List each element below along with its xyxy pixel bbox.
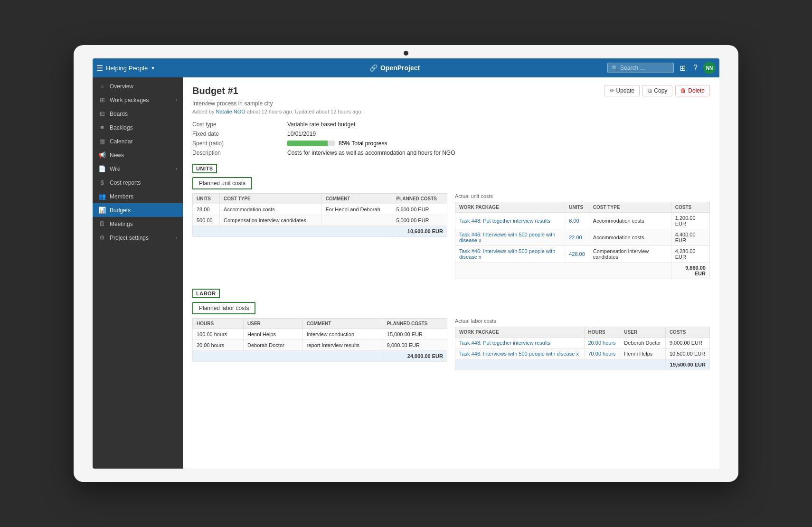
hamburger-icon[interactable]: ☰ (96, 64, 103, 73)
project-dropdown-arrow[interactable]: ▼ (151, 66, 155, 71)
planned-labor-costs-panel: HOURS USER COMMENT PLANNED COSTS 100.00 … (192, 318, 447, 370)
help-icon[interactable]: ? (691, 63, 699, 73)
search-icon: 🔍 (612, 65, 618, 71)
col-hours: HOURS (584, 327, 620, 338)
cost-type-cell: Compensation interview candidates (589, 246, 671, 263)
sidebar-item-boards[interactable]: ⊟ Boards (93, 107, 183, 121)
hours-cell: 100.00 hours (193, 329, 244, 340)
units-cell: 28.00 (193, 204, 220, 215)
work-package-link[interactable]: Task #48: Put together interview results (459, 340, 550, 346)
edit-icon: ✏ (610, 87, 614, 94)
total-label (193, 351, 383, 362)
total-row: 10,600.00 EUR (193, 226, 447, 237)
planned-costs-cell: 9,000.00 EUR (383, 340, 447, 351)
overview-icon: ○ (98, 83, 106, 90)
planned-unit-costs-tab[interactable]: Planned unit costs (192, 177, 252, 189)
work-package-link[interactable]: Task #46: Interviews with 500 people wit… (459, 232, 555, 243)
costs-cell: 10,500.00 EUR (665, 348, 709, 359)
sidebar-item-label: Meetings (110, 221, 177, 227)
search-box[interactable]: 🔍 (607, 63, 674, 73)
budgets-icon: 📊 (98, 207, 106, 214)
actual-labor-total: 19,500.00 EUR (665, 359, 709, 370)
work-package-cell: Task #46: Interviews with 500 people wit… (455, 246, 565, 263)
comment-cell: Interview conduction (302, 329, 383, 340)
sidebar-item-project-settings[interactable]: ⚙ Project settings › (93, 231, 183, 245)
budget-meta: Added by Natalie NGO about 12 hours ago.… (192, 109, 710, 114)
meetings-icon: 🗓 (98, 220, 106, 227)
user-avatar[interactable]: NN (703, 62, 716, 74)
sidebar-item-budgets[interactable]: 📊 Budgets (93, 203, 183, 217)
costs-cell: 1,200.00 EUR (671, 213, 709, 229)
planned-labor-costs-tab[interactable]: Planned labor costs (192, 302, 255, 314)
camera-dot (404, 51, 408, 56)
author-link[interactable]: Natalie NGO (216, 109, 245, 114)
sidebar-item-overview[interactable]: ○ Overview (93, 79, 183, 93)
cost-type-cell: Accommodation costs (220, 204, 322, 215)
sidebar-item-calendar[interactable]: ▦ Calendar (93, 134, 183, 148)
cost-reports-icon: $ (98, 179, 106, 186)
labor-tab-bar: Planned labor costs (192, 302, 710, 314)
labor-section-title: LABOR (192, 289, 220, 298)
work-package-link[interactable]: Task #46: Interviews with 500 people wit… (459, 351, 579, 357)
delete-icon: 🗑 (680, 87, 686, 94)
col-planned-costs: PLANNED COSTS (383, 319, 447, 329)
sidebar-item-backlogs[interactable]: ≡ Backlogs (93, 121, 183, 134)
work-packages-icon: ⊞ (98, 96, 106, 104)
col-work-package: WORK PACKAGE (455, 327, 585, 338)
costs-cell: 4,400.00 EUR (671, 229, 709, 246)
app-container: ☰ Helping People ▼ 🔗 OpenProject 🔍 ⊞ ? N… (93, 58, 719, 469)
cost-type-cell: Accommodation costs (589, 229, 671, 246)
comment-cell (321, 215, 392, 226)
sidebar-item-label: Overview (110, 83, 177, 90)
cost-type-cell: Accommodation costs (589, 213, 671, 229)
sidebar-item-label: Budgets (110, 207, 177, 214)
search-input[interactable] (620, 65, 670, 71)
sidebar-item-news[interactable]: 📢 News (93, 148, 183, 162)
work-package-cell: Task #48: Put together interview results (455, 213, 565, 229)
sidebar-item-members[interactable]: 👥 Members (93, 189, 183, 203)
work-package-link[interactable]: Task #48: Put together interview results (459, 218, 550, 224)
planned-labor-costs-table: HOURS USER COMMENT PLANNED COSTS 100.00 … (192, 318, 447, 362)
table-row: 28.00 Accommodation costs For Henni and … (193, 204, 447, 215)
sidebar-item-label: Cost reports (110, 179, 177, 186)
spent-ratio-label: Spent (ratio) (192, 140, 287, 147)
actual-labor-costs-panel: Actual labor costs WORK PACKAGE HOURS US… (455, 318, 710, 370)
device-frame: ☰ Helping People ▼ 🔗 OpenProject 🔍 ⊞ ? N… (74, 45, 738, 482)
delete-button[interactable]: 🗑 Delete (675, 85, 710, 96)
table-row: Task #48: Put together interview results… (455, 213, 710, 229)
user-cell: Henni Helps (244, 329, 303, 340)
units-section: UNITS Planned unit costs UNITS (192, 164, 710, 279)
col-planned-costs: PLANNED COSTS (392, 194, 447, 204)
sidebar-item-wiki[interactable]: 📄 Wiki › (93, 162, 183, 176)
project-settings-icon: ⚙ (98, 234, 106, 241)
units-costs-layout: UNITS COST TYPE COMMENT PLANNED COSTS 28… (192, 193, 710, 279)
total-row: 9,880.00 EUR (455, 263, 710, 279)
progress-bar (287, 141, 335, 146)
sidebar-item-label: Boards (110, 111, 177, 117)
work-package-cell: Task #46: Interviews with 500 people wit… (455, 229, 565, 246)
hours-cell: 70.00 hours (584, 348, 620, 359)
top-bar: ☰ Helping People ▼ 🔗 OpenProject 🔍 ⊞ ? N… (93, 58, 719, 77)
cost-type-cell: Compensation interview candidates (220, 215, 322, 226)
sidebar-item-cost-reports[interactable]: $ Cost reports (93, 176, 183, 189)
sidebar-item-label: News (110, 152, 177, 159)
sidebar-item-meetings[interactable]: 🗓 Meetings (93, 217, 183, 231)
copy-button[interactable]: ⧉ Copy (642, 85, 672, 96)
planned-units-total: 10,600.00 EUR (392, 226, 447, 237)
actual-labor-costs-title: Actual labor costs (455, 318, 710, 324)
project-name[interactable]: Helping People (106, 65, 148, 72)
sidebar-item-label: Backlogs (110, 124, 177, 131)
grid-icon[interactable]: ⊞ (678, 63, 688, 74)
update-button[interactable]: ✏ Update (604, 85, 640, 96)
page-header: Budget #1 ✏ Update ⧉ Copy 🗑 Delete (192, 85, 710, 96)
actual-unit-costs-title: Actual unit costs (455, 193, 710, 199)
delete-label: Delete (688, 87, 705, 94)
sidebar-item-work-packages[interactable]: ⊞ Work packages › (93, 93, 183, 107)
progress-text: 85% Total progress (339, 140, 387, 147)
hours-cell: 20.00 hours (193, 340, 244, 351)
main-layout: ○ Overview ⊞ Work packages › ⊟ Boards ≡ … (93, 77, 719, 469)
actual-unit-costs-panel: Actual unit costs WORK PACKAGE UNITS COS… (455, 193, 710, 279)
work-package-link[interactable]: Task #46: Interviews with 500 people wit… (459, 248, 555, 260)
page-title: Budget #1 (192, 85, 238, 96)
chevron-right-icon: › (176, 235, 177, 240)
